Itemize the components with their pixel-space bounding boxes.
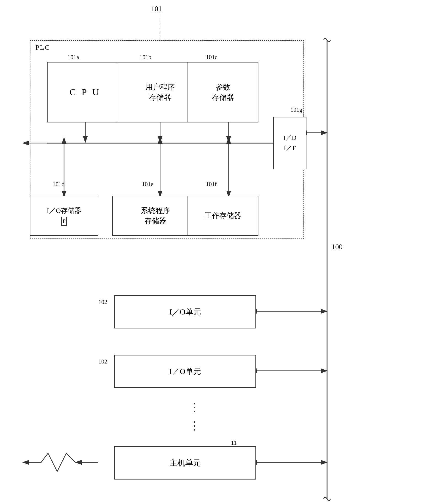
- plc-label: PLC: [35, 43, 50, 51]
- io-unit2-ref-label: 102: [98, 358, 107, 365]
- idf-box: I／DI／F: [273, 117, 306, 169]
- bus-100-label: 100: [332, 243, 343, 251]
- ellipsis-dots: ⋮: [189, 401, 201, 414]
- work-mem-ref-label: 101f: [206, 181, 217, 188]
- diagram: 101 PLC 101a C P U 101b 用户程序存储器 101c 参数存…: [0, 0, 440, 504]
- io-mem-box: I／O存储器 F: [30, 196, 98, 236]
- cpu-ref-label: 101a: [68, 54, 79, 61]
- io-mem-f-badge: F: [61, 217, 67, 226]
- io-unit1-box: I／O单元: [114, 295, 256, 329]
- host-ref-label: 11: [231, 439, 237, 446]
- work-mem-box: 工作存储器: [188, 196, 258, 236]
- sys-prog-box: 系统程序存储器: [112, 196, 199, 236]
- io-unit1-ref-label: 102: [98, 299, 107, 305]
- io-unit2-box: I／O单元: [114, 355, 256, 388]
- param-ref-label: 101c: [206, 54, 218, 61]
- ellipsis-dots2: ⋮: [189, 419, 201, 432]
- sys-prog-ref-label: 101e: [142, 181, 153, 188]
- idf-ref-label: 101g: [290, 106, 302, 113]
- io-mem-ref-label: 101d: [53, 181, 65, 188]
- title-101-label: 101: [151, 5, 162, 13]
- io-mem-text: I／O存储器: [47, 206, 82, 215]
- param-box: 参数存储器: [188, 62, 258, 122]
- host-box: 主机单元: [114, 446, 256, 479]
- cpu-box: C P U: [47, 62, 124, 122]
- user-prog-ref-label: 101b: [139, 54, 151, 61]
